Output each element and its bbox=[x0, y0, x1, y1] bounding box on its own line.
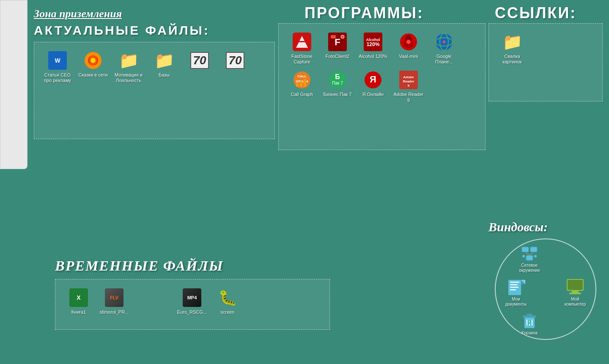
icon-label: Моидокументы bbox=[505, 297, 527, 307]
list-item[interactable]: 🐛 screen bbox=[211, 286, 244, 317]
icon-label: FotoClient2 bbox=[326, 54, 349, 59]
svg-rect-52 bbox=[572, 291, 579, 293]
temp-files-section: ВРЕМЕННЫЕ ФАЙЛЫ X Книга1 FLV stimorol_PR… bbox=[55, 258, 330, 330]
temp-files-grid: X Книга1 FLV stimorol_PR... MP4 Euro_RSC… bbox=[60, 284, 325, 319]
word-icon: W bbox=[47, 50, 68, 71]
links-grid: 📁 Свалкакартинок bbox=[493, 28, 598, 68]
list-item[interactable]: W Статья СЕОпро рекламу bbox=[41, 49, 74, 85]
windows-title: Виндовсы: bbox=[488, 220, 603, 234]
svg-rect-37 bbox=[530, 247, 537, 252]
icon-label: Adobe Reader9 bbox=[394, 92, 424, 103]
network-icon bbox=[520, 244, 539, 262]
svg-text:120%: 120% bbox=[367, 41, 380, 47]
list-item[interactable]: FastStoneCapture bbox=[285, 30, 319, 66]
mycomputer-icon bbox=[566, 277, 584, 296]
windows-section: Виндовсы: Сетевоеокружение bbox=[488, 220, 603, 340]
aktual-files-box: W Статья СЕОпро рекламу Сказки в сети bbox=[34, 42, 275, 139]
svg-line-40 bbox=[529, 252, 534, 255]
list-item[interactable]: Adobe Reader 9 Adobe Reader9 bbox=[392, 68, 425, 104]
icon-label: Корзина bbox=[521, 331, 538, 336]
programs-box: FastStoneCapture F FotoClient2 Alcohol 1 bbox=[278, 23, 486, 150]
links-box: 📁 Свалкакартинок bbox=[488, 23, 603, 101]
list-item[interactable]: 70 bbox=[218, 49, 252, 85]
firefox-icon bbox=[83, 50, 103, 71]
list-item[interactable]: 2 Корзина bbox=[513, 311, 546, 336]
icon-label: Книга1 bbox=[71, 309, 86, 315]
list-item[interactable]: Alcohol 120% Alcohol 120% bbox=[356, 30, 390, 66]
svg-point-16 bbox=[406, 40, 411, 44]
text70-icon-2: 70 bbox=[225, 50, 245, 71]
list-item[interactable]: MP4 Euro_RSCG... bbox=[175, 286, 209, 317]
aktual-files-title: АКТУАЛЬНЫЕ ФАЙЛЫ: bbox=[34, 23, 275, 38]
icon-label: Vaal-mini bbox=[399, 54, 418, 59]
list-item[interactable]: X Книга1 bbox=[62, 286, 96, 317]
biznes-icon: Б Пак 7 bbox=[327, 70, 348, 90]
svg-text:Пак 7: Пак 7 bbox=[332, 81, 343, 85]
svg-rect-46 bbox=[510, 287, 518, 288]
svg-rect-24 bbox=[296, 83, 299, 87]
icon-label: FastStoneCapture bbox=[291, 54, 313, 65]
list-item[interactable]: Б Пак 7 Бизнес Пак 7 bbox=[321, 68, 354, 104]
aktual-files-grid: W Статья СЕОпро рекламу Сказки в сети bbox=[38, 47, 270, 87]
zone-title: Зона приземления bbox=[34, 8, 122, 20]
list-item[interactable]: CALL GRAPH Call Graph bbox=[285, 68, 319, 104]
folder-svalka-icon: 📁 bbox=[502, 32, 522, 52]
list-item[interactable]: 📁 Мотивация иЛояльность bbox=[112, 49, 145, 85]
list-item[interactable]: Я Я.Онлайн bbox=[356, 68, 390, 104]
list-item[interactable]: 70 bbox=[183, 49, 217, 85]
folder-icon: 📁 bbox=[118, 50, 139, 71]
svg-rect-25 bbox=[300, 81, 302, 87]
folder-icon: 📁 bbox=[154, 50, 174, 71]
svg-rect-36 bbox=[522, 247, 529, 252]
mydocs-icon bbox=[507, 277, 525, 296]
svg-rect-53 bbox=[569, 293, 581, 294]
trash-icon: 2 bbox=[520, 311, 539, 330]
links-title: ССЫЛКИ: bbox=[495, 4, 576, 22]
svg-rect-56 bbox=[527, 314, 532, 316]
list-item[interactable]: Сетевоеокружение bbox=[513, 244, 546, 273]
icon-label: Бизнес Пак 7 bbox=[323, 92, 351, 97]
svg-rect-44 bbox=[510, 282, 519, 283]
svg-rect-51 bbox=[568, 280, 583, 290]
svg-text:Adobe: Adobe bbox=[403, 75, 414, 79]
svg-rect-5 bbox=[299, 41, 305, 42]
callgraph-icon: CALL GRAPH bbox=[292, 70, 312, 90]
list-item[interactable]: Vaal-mini bbox=[392, 30, 425, 66]
list-item[interactable]: 📁 Свалкакартинок bbox=[495, 30, 529, 66]
icon-label: Alcohol 120% bbox=[359, 54, 387, 59]
svg-point-20 bbox=[443, 41, 445, 43]
google-earth-icon bbox=[434, 32, 454, 52]
svg-rect-38 bbox=[526, 255, 533, 260]
icon-label: Сказки в сети bbox=[78, 72, 107, 78]
programs-grid: FastStoneCapture F FotoClient2 Alcohol 1 bbox=[283, 28, 481, 107]
svg-text:Reader: Reader bbox=[403, 79, 414, 83]
svg-text:Я: Я bbox=[370, 74, 376, 85]
svg-text:9: 9 bbox=[408, 84, 410, 88]
faststone-icon bbox=[292, 32, 312, 52]
list-item[interactable]: 📁 Базы bbox=[147, 49, 181, 85]
excel-icon: X bbox=[69, 287, 89, 308]
programs-title: ПРОГРАММЫ: bbox=[304, 4, 424, 22]
icon-label: stimorol_PR... bbox=[99, 309, 129, 315]
list-item[interactable]: GoogleПлане... bbox=[427, 30, 461, 66]
flv-icon: FLV bbox=[104, 287, 124, 308]
icon-label: Я.Онлайн bbox=[362, 92, 384, 97]
windows-circle: Сетевоеокружение Моидокументы bbox=[495, 238, 596, 340]
aktual-files-section: АКТУАЛЬНЫЕ ФАЙЛЫ: W Статья СЕОпро реклам… bbox=[34, 23, 275, 150]
vaal-icon bbox=[398, 32, 419, 52]
screen-icon: 🐛 bbox=[217, 287, 238, 308]
icon-label: Базы bbox=[159, 72, 170, 78]
adobe-reader-icon: Adobe Reader 9 bbox=[398, 70, 419, 90]
list-item[interactable]: F FotoClient2 bbox=[321, 30, 354, 66]
svg-text:Б: Б bbox=[335, 73, 340, 80]
icon-label: Статья СЕОпро рекламу bbox=[44, 72, 71, 83]
fotoclient-icon: F bbox=[327, 32, 348, 52]
icon-label: Сетевоеокружение bbox=[519, 263, 540, 273]
svg-text:CALL: CALL bbox=[297, 74, 306, 78]
list-item[interactable]: Моидокументы bbox=[499, 277, 533, 307]
list-item[interactable]: Мойкомпьютер bbox=[558, 277, 592, 307]
list-item[interactable]: Сказки в сети bbox=[76, 49, 110, 85]
list-item[interactable]: FLV stimorol_PR... bbox=[97, 286, 131, 317]
svg-rect-8 bbox=[331, 35, 336, 38]
icon-label: Мотивация иЛояльность bbox=[115, 72, 143, 83]
